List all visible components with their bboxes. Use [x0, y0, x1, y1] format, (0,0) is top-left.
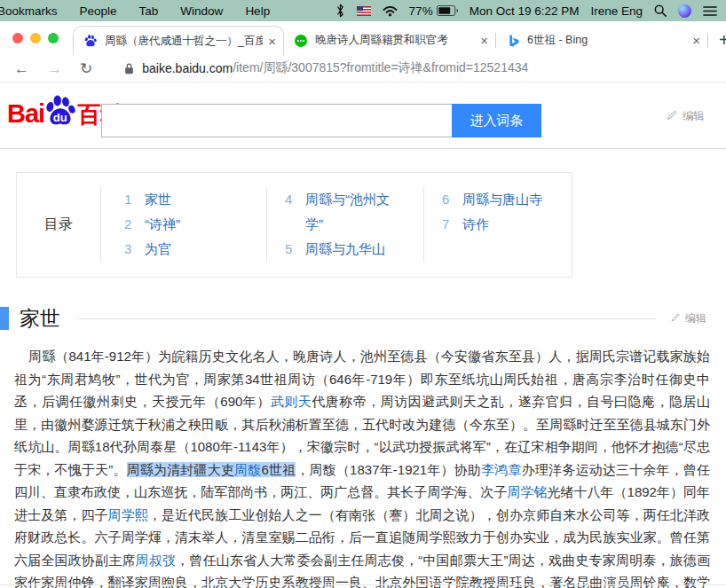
- next-section-divider: [0, 584, 726, 585]
- toc-column-3: 6周繇与唐山寺7诗作: [423, 187, 542, 262]
- battery-status[interactable]: 77%: [409, 4, 458, 18]
- menu-bar-user[interactable]: Irene Eng: [590, 4, 643, 18]
- toc-title: 目录: [17, 173, 100, 277]
- toc-item-3[interactable]: 3为官: [124, 237, 266, 262]
- toc-item-number: 4: [285, 187, 305, 237]
- new-tab-button[interactable]: +: [719, 31, 726, 49]
- logo-text-bai: Bai: [7, 98, 44, 129]
- toc-item-number: 6: [442, 187, 462, 212]
- edit-label: 编辑: [685, 311, 706, 326]
- menu-bar-clock[interactable]: Mon Oct 19 6:22 PM: [470, 4, 580, 18]
- baike-header: Bai du 百科 进入词条 编辑: [0, 82, 726, 149]
- url-path: /item/周繇/3007815?fromtitle=诗禅&fromid=125…: [233, 60, 528, 76]
- pencil-icon: [666, 109, 678, 124]
- tab-close-icon[interactable]: ×: [268, 34, 276, 49]
- toc-item-label: 家世: [145, 187, 171, 212]
- baidu-paw-icon: [83, 34, 98, 48]
- minimize-window-button[interactable]: [30, 33, 41, 43]
- back-icon[interactable]: ←: [14, 61, 29, 76]
- battery-percent-label: 77%: [409, 4, 433, 18]
- toc-item-6[interactable]: 6周繇与唐山寺: [442, 187, 542, 212]
- pencil-icon: [670, 312, 681, 325]
- browser-tab-2[interactable]: 晚唐诗人周繇籍贯和职官考×: [284, 26, 495, 55]
- tab-title: 周繇（唐代咸通十哲之一）_百度: [105, 34, 263, 49]
- toc-item-number: 5: [285, 237, 305, 262]
- toc-item-label: 周繇与唐山寺: [462, 187, 542, 212]
- spotlight-search-icon[interactable]: [654, 4, 667, 17]
- toc-item-number: 3: [124, 237, 145, 262]
- bluetooth-icon[interactable]: [335, 4, 345, 18]
- browser-tab-3[interactable]: 6世祖 - Bing×: [496, 26, 707, 55]
- toc-item-1[interactable]: 1家世: [124, 187, 266, 212]
- tab-close-icon[interactable]: ×: [692, 33, 700, 48]
- toc-column-1: 1家世2“诗禅”3为官: [100, 187, 266, 262]
- browser-tab-1[interactable]: 周繇（唐代咸通十哲之一）_百度×: [73, 26, 284, 55]
- section-header: 家世 编辑: [0, 306, 726, 331]
- tab-separator: [707, 33, 708, 48]
- section-edit-link[interactable]: 编辑: [670, 311, 706, 326]
- enter-entry-button[interactable]: 进入词条: [452, 104, 541, 137]
- toc-item-label: 周繇与“池州文学”: [305, 187, 396, 237]
- inline-link[interactable]: 李鸿章: [481, 462, 522, 477]
- menu-item-tab[interactable]: Tab: [139, 4, 159, 18]
- logo-text-du: du: [43, 111, 76, 124]
- fullscreen-window-button[interactable]: [48, 33, 59, 43]
- menu-item-help[interactable]: Help: [245, 4, 270, 18]
- address-bar[interactable]: baike.baidu.com/item/周繇/3007815?fromtitl…: [124, 60, 528, 76]
- menu-item-window[interactable]: Window: [180, 4, 223, 18]
- forward-icon[interactable]: →: [47, 61, 62, 76]
- siri-icon[interactable]: [678, 4, 691, 18]
- toc-columns: 1家世2“诗禅”3为官4周繇与“池州文学”5周繇与九华山6周繇与唐山寺7诗作: [100, 173, 572, 277]
- wechat-icon: [294, 34, 308, 48]
- control-center-list-icon[interactable]: [703, 5, 717, 17]
- menu-items: BookmarksPeopleTabWindowHelp: [0, 4, 292, 18]
- inline-link[interactable]: 武则天: [271, 394, 312, 409]
- us-flag-icon[interactable]: [357, 6, 371, 16]
- toc-item-5[interactable]: 5周繇与九华山: [285, 237, 423, 262]
- toc-item-number: 2: [124, 212, 145, 237]
- macos-menu-bar: BookmarksPeopleTabWindowHelp 77% Mon Oct…: [0, 0, 726, 21]
- wifi-icon[interactable]: [383, 5, 398, 17]
- lock-icon[interactable]: [124, 62, 134, 74]
- tabs: 周繇（唐代咸通十哲之一）_百度×晚唐诗人周繇籍贯和职官考×6世祖 - Bing×: [73, 26, 708, 55]
- close-window-button[interactable]: [12, 33, 23, 43]
- inline-link[interactable]: 周叔弢: [136, 553, 177, 568]
- toc-item-label: 周繇与九华山: [305, 237, 385, 262]
- window-controls: [12, 21, 59, 55]
- browser-tab-strip: 周繇（唐代咸通十哲之一）_百度×晚唐诗人周繇籍贯和职官考×6世祖 - Bing×…: [0, 21, 726, 55]
- toc-column-2: 4周繇与“池州文学”5周繇与九华山: [266, 187, 423, 262]
- menu-item-people[interactable]: People: [80, 4, 117, 18]
- toc-item-2[interactable]: 2“诗禅”: [124, 212, 266, 237]
- section-marker: [0, 307, 9, 330]
- menu-bar-status: 77% Mon Oct 19 6:22 PM Irene Eng: [335, 4, 717, 18]
- page-edit-link[interactable]: 编辑: [666, 109, 705, 124]
- inline-link[interactable]: 周学铭: [507, 484, 547, 499]
- section-title: 家世: [20, 305, 60, 333]
- browser-toolbar: ← → ↻ baike.baidu.com/item/周繇/3007815?fr…: [0, 55, 726, 82]
- battery-icon: [437, 5, 458, 16]
- article-paragraph: 周繇（841年-912年）为皖籍历史文化名人，晚唐诗人，池州至德县（今安徽省东至…: [14, 345, 710, 588]
- url-host: baike.baidu.com: [142, 61, 233, 75]
- baidu-paw-icon: du: [43, 94, 76, 129]
- article-text: ，周馥（1837年-1921年）协助: [296, 462, 481, 477]
- menu-item-bookmarks[interactable]: Bookmarks: [0, 4, 58, 18]
- table-of-contents: 目录 1家世2“诗禅”3为官4周繇与“池州文学”5周繇与九华山6周繇与唐山寺7诗…: [16, 172, 572, 278]
- edit-label: 编辑: [683, 109, 705, 124]
- toc-item-label: 为官: [145, 237, 171, 262]
- bing-icon: [506, 34, 520, 48]
- selected-text: 6世祖: [261, 462, 296, 477]
- baike-search-input[interactable]: [101, 104, 453, 137]
- reload-icon[interactable]: ↻: [80, 61, 92, 76]
- tab-title: 晚唐诗人周繇籍贯和职官考: [315, 33, 475, 48]
- toc-item-7[interactable]: 7诗作: [442, 212, 542, 237]
- toc-item-label: 诗作: [462, 212, 489, 237]
- selected-text: 周繇为清封疆大吏: [127, 462, 234, 477]
- toc-item-number: 7: [442, 212, 462, 237]
- section-divider-line: [76, 318, 656, 319]
- tab-close-icon[interactable]: ×: [480, 33, 488, 48]
- toc-item-4[interactable]: 4周繇与“池州文学”: [285, 187, 423, 237]
- inline-link[interactable]: 周学熙: [108, 507, 148, 522]
- selected-inline-link[interactable]: 周馥: [234, 462, 261, 477]
- toc-item-number: 1: [124, 187, 145, 212]
- toc-item-label: “诗禅”: [145, 212, 180, 237]
